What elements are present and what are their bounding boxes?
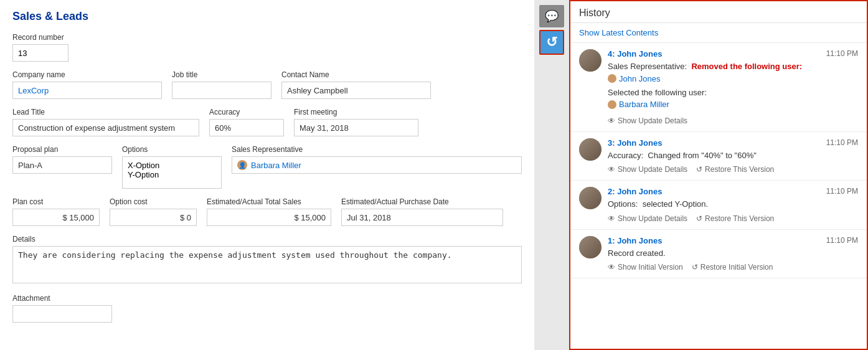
removed-user-4: John Jones [608,73,661,85]
total-sales-label: Estimated/Actual Total Sales [207,197,331,206]
history-actions-3: 👁 Show Update Details ↺ Restore This Ver… [608,165,858,174]
company-name-field: Company name [12,70,162,99]
eye-icon-1: 👁 [608,263,615,272]
removed-label-4: Removed the following user: [691,62,802,71]
history-user-2[interactable]: 2: John Jones [608,187,662,196]
field-label-3: Accuracy: [608,151,646,160]
sales-rep-field: Sales Representative 👤 Barbara Miller [232,145,522,189]
restore-icon-2: ↺ [696,214,702,223]
company-name-input[interactable] [12,82,162,99]
lead-title-field: Lead Title [12,108,199,136]
option-cost-input[interactable] [110,209,197,226]
sales-rep-input[interactable]: 👤 Barbara Miller [232,156,522,174]
added-user-name-4[interactable]: Barbara Miller [619,98,669,111]
contact-name-input[interactable] [281,82,431,99]
avatar-1 [579,236,601,258]
options-box: X-Option Y-Option [122,156,222,189]
contact-name-label: Contact Name [281,70,431,79]
record-number-input[interactable] [12,44,68,62]
restore-initial-btn-1[interactable]: ↺ Restore Initial Version [692,263,773,272]
proposal-plan-field: Proposal plan [12,145,112,189]
history-text-1: Record created. [608,247,858,260]
added-label-4: Selected the following user: [608,88,707,97]
history-actions-1: 👁 Show Initial Version ↺ Restore Initial… [608,263,858,272]
purchase-date-input[interactable] [341,209,503,226]
history-header-3: 3: John Jones 11:10 PM [608,138,858,148]
history-body-1: 1: John Jones 11:10 PM Record created. 👁… [608,236,858,272]
removed-user-name-4[interactable]: John Jones [619,73,661,85]
history-user-1[interactable]: 1: John Jones [608,236,662,245]
job-title-input[interactable] [172,82,271,99]
added-user-4: Barbara Miller [608,98,669,111]
chat-button[interactable]: 💬 [539,5,564,27]
job-title-label: Job title [172,70,271,79]
show-latest-link[interactable]: Show Latest Contents [570,23,867,43]
option-cost-label: Option cost [110,197,197,206]
first-meeting-input[interactable] [294,119,418,136]
accuracy-label: Accuracy [209,108,284,116]
attachment-row: Attachment [12,294,522,323]
history-panel: History Show Latest Contents 4: John Jon… [569,0,868,350]
history-header-1: 1: John Jones 11:10 PM [608,236,858,245]
accuracy-input[interactable] [209,119,284,136]
record-number-label: Record number [12,33,522,42]
job-title-field: Job title [172,70,271,99]
history-time-3: 11:10 PM [826,138,858,147]
history-time-4: 11:10 PM [826,49,858,58]
plan-cost-input[interactable] [12,209,100,226]
history-actions-4: 👁 Show Update Details [608,116,858,125]
history-user-4[interactable]: 4: John Jones [608,49,662,59]
change-text-2: selected Y-Option. [643,199,709,209]
restore-initial-label-1: Restore Initial Version [701,263,773,272]
show-update-label-2: Show Update Details [618,214,687,223]
history-text-4: Sales Representative: Removed the follow… [608,60,858,113]
restore-label-2: Restore This Version [705,214,774,223]
attachment-input[interactable] [12,305,112,323]
company-name-label: Company name [12,70,162,79]
costs-row: Plan cost Option cost Estimated/Actual T… [12,197,522,226]
record-number-row: Record number [12,33,522,62]
contact-name-field: Contact Name [281,70,431,99]
show-update-label-4: Show Update Details [618,116,687,125]
restore-icon-1: ↺ [692,263,698,272]
proposal-plan-input[interactable] [12,156,112,174]
refresh-history-button[interactable]: ↺ [539,30,564,55]
show-update-label-3: Show Update Details [618,165,687,174]
total-sales-field: Estimated/Actual Total Sales [207,197,331,226]
show-update-btn-2[interactable]: 👁 Show Update Details [608,214,687,223]
history-time-1: 11:10 PM [826,236,858,245]
option-1: X-Option [128,161,216,170]
field-label-2: Options: [608,199,640,209]
history-body-3: 3: John Jones 11:10 PM Accuracy: Changed… [608,138,858,174]
option-cost-field: Option cost [110,197,197,226]
refresh-icon: ↺ [546,34,557,50]
plan-cost-label: Plan cost [12,197,100,206]
history-body-2: 2: John Jones 11:10 PM Options: selected… [608,187,858,223]
restore-btn-3[interactable]: ↺ Restore This Version [696,165,774,174]
purchase-date-label: Estimated/Actual Purchase Date [341,197,503,206]
history-entry-3: 3: John Jones 11:10 PM Accuracy: Changed… [570,132,867,181]
change-text-3: Changed from "40%" to "60%" [648,151,757,160]
restore-btn-2[interactable]: ↺ Restore This Version [696,214,774,223]
first-meeting-label: First meeting [294,108,418,116]
show-initial-label-1: Show Initial Version [618,263,683,272]
removed-user-icon-4 [608,74,616,83]
sales-rep-avatar: 👤 [237,160,247,170]
lead-row: Lead Title Accuracy First meeting [12,108,522,136]
plan-cost-field: Plan cost [12,197,100,226]
options-label: Options [122,145,222,154]
history-user-3[interactable]: 3: John Jones [608,138,662,148]
first-meeting-field: First meeting [294,108,418,136]
eye-icon-4: 👁 [608,116,615,125]
attachment-label: Attachment [12,294,522,303]
details-textarea[interactable]: They are considering replacing the expen… [12,246,522,283]
details-label: Details [12,235,522,244]
show-update-btn-4[interactable]: 👁 Show Update Details [608,116,687,125]
total-sales-input[interactable] [207,209,331,226]
restore-icon-3: ↺ [696,165,702,174]
lead-title-input[interactable] [12,119,199,136]
history-header-4: 4: John Jones 11:10 PM [608,49,858,59]
show-initial-btn-1[interactable]: 👁 Show Initial Version [608,263,683,272]
show-update-btn-3[interactable]: 👁 Show Update Details [608,165,687,174]
history-actions-2: 👁 Show Update Details ↺ Restore This Ver… [608,214,858,223]
